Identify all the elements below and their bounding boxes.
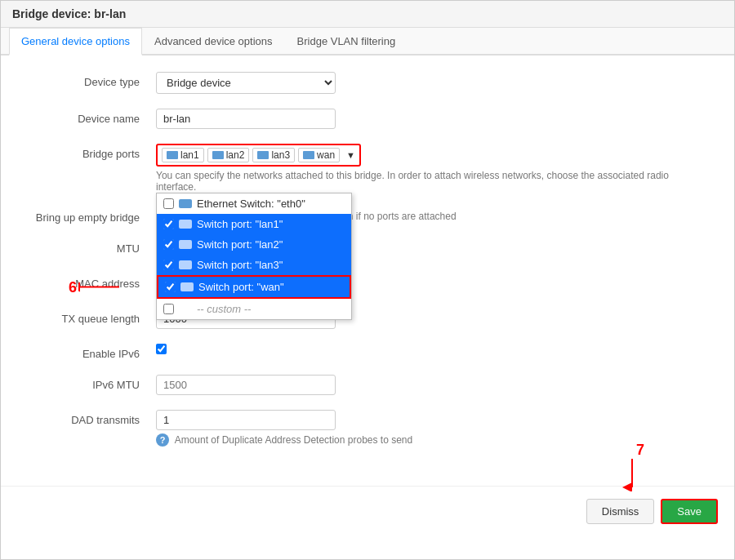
- item-label-custom: -- custom --: [197, 303, 251, 315]
- device-type-label: Device type: [25, 72, 156, 88]
- tabs-bar: General device options Advanced device o…: [1, 28, 734, 56]
- ipv6-mtu-input[interactable]: [156, 375, 336, 395]
- device-type-control: Bridge device: [156, 72, 710, 94]
- enable-ipv6-label: Enable IPv6: [25, 344, 156, 360]
- tx-queue-row: TX queue length: [25, 309, 710, 329]
- checkbox-wan[interactable]: [165, 282, 176, 292]
- save-button[interactable]: Save: [661, 499, 718, 524]
- item-label-lan2: Switch port: "lan2": [197, 238, 283, 251]
- bridge-ports-dropdown: Ethernet Switch: "eth0" Switch port: "la…: [156, 193, 352, 320]
- checkbox-lan1[interactable]: [163, 219, 174, 229]
- dropdown-item-lan2[interactable]: Switch port: "lan2": [157, 234, 351, 255]
- bridge-ports-arrow: ▼: [346, 150, 355, 160]
- device-name-row: Device name: [25, 109, 710, 129]
- bring-up-row: Bring up empty bridge Enable this option…: [25, 207, 710, 224]
- dad-help-icon: ?: [156, 433, 169, 447]
- item-icon-lan3: [179, 260, 192, 269]
- tab-general[interactable]: General device options: [9, 28, 142, 56]
- device-name-control: [156, 109, 710, 129]
- port-tag-lan2: lan2: [207, 148, 250, 162]
- checkbox-eth0[interactable]: [163, 198, 174, 209]
- item-icon-eth0: [179, 199, 192, 208]
- item-icon-lan1: [179, 220, 192, 229]
- window: Bridge device: br-lan General device opt…: [0, 0, 735, 560]
- ipv6-mtu-label: IPv6 MTU: [25, 375, 156, 391]
- mtu-row: MTU: [25, 238, 710, 259]
- item-label-eth0: Ethernet Switch: "eth0": [197, 198, 305, 210]
- port-icon-lan3: [257, 151, 269, 159]
- port-icon-lan2: [212, 151, 224, 159]
- item-label-wan: Switch port: "wan": [198, 281, 284, 293]
- mtu-label: MTU: [25, 238, 156, 255]
- dropdown-item-wan[interactable]: 6 Switch port: "wan": [157, 275, 351, 299]
- ipv6-mtu-row: IPv6 MTU: [25, 375, 710, 395]
- checkbox-custom[interactable]: [163, 304, 174, 314]
- device-name-input[interactable]: [156, 109, 336, 129]
- device-type-row: Device type Bridge device: [25, 72, 710, 94]
- bridge-ports-selector[interactable]: lan1 lan2 lan3 wan ▼: [156, 144, 361, 167]
- item-label-lan3: Switch port: "lan3": [197, 259, 283, 271]
- enable-ipv6-control: [156, 344, 710, 357]
- tx-queue-label: TX queue length: [25, 309, 156, 325]
- annotation-7-arrow: [620, 459, 644, 491]
- dropdown-item-custom[interactable]: -- custom --: [157, 299, 351, 319]
- checkbox-lan3[interactable]: [163, 260, 174, 270]
- item-icon-lan2: [179, 240, 192, 249]
- ipv6-mtu-control: [156, 375, 710, 395]
- bridge-ports-control: 5 lan1 lan2: [156, 144, 710, 193]
- form-content: Device type Bridge device Device name Br…: [1, 56, 734, 478]
- checkbox-lan2[interactable]: [163, 239, 174, 250]
- item-label-lan1: Switch port: "lan1": [197, 218, 283, 230]
- item-icon-wan: [180, 282, 194, 291]
- port-tag-lan3: lan3: [252, 148, 295, 162]
- dismiss-button[interactable]: Dismiss: [586, 499, 655, 524]
- dad-transmits-row: DAD transmits ? Amount of Duplicate Addr…: [25, 410, 710, 447]
- footer-buttons: 7 Dismiss Save: [1, 486, 734, 536]
- enable-ipv6-row: Enable IPv6: [25, 344, 710, 360]
- dropdown-item-lan1[interactable]: Switch port: "lan1": [157, 214, 351, 234]
- bridge-ports-row: Bridge ports 5 lan1: [25, 144, 710, 193]
- bridge-ports-label: Bridge ports: [25, 144, 156, 160]
- dad-transmits-label: DAD transmits: [25, 410, 156, 426]
- mac-address-row: MAC address: [25, 273, 710, 294]
- device-name-label: Device name: [25, 109, 156, 125]
- bring-up-label: Bring up empty bridge: [25, 207, 156, 224]
- annotation-7-label: 7: [636, 442, 644, 459]
- port-tag-wan: wan: [298, 148, 340, 162]
- window-title: Bridge device: br-lan: [12, 7, 126, 20]
- annotation-6-label: 6: [69, 278, 77, 296]
- dropdown-item-eth0[interactable]: Ethernet Switch: "eth0": [157, 193, 351, 214]
- enable-ipv6-checkbox[interactable]: [156, 344, 167, 354]
- tab-advanced[interactable]: Advanced device options: [142, 28, 285, 56]
- dropdown-item-lan3[interactable]: Switch port: "lan3": [157, 255, 351, 275]
- port-tag-lan1: lan1: [162, 148, 204, 162]
- annotation-6-arrow: [78, 279, 123, 296]
- port-icon-wan: [303, 151, 314, 159]
- title-bar: Bridge device: br-lan: [1, 1, 734, 28]
- dad-transmits-input[interactable]: [156, 410, 336, 430]
- device-type-select[interactable]: Bridge device: [156, 72, 336, 94]
- tab-vlan[interactable]: Bridge VLAN filtering: [285, 28, 408, 56]
- bridge-ports-hint: You can specify the networks attached to…: [156, 170, 710, 193]
- port-icon-lan1: [167, 151, 178, 159]
